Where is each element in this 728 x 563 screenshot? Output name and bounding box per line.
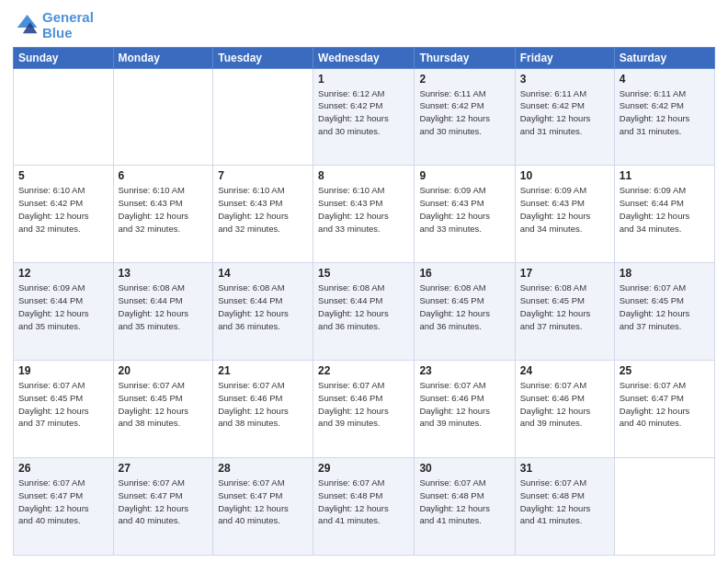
weekday-header-thursday: Thursday [415, 47, 515, 68]
day-info: Sunrise: 6:08 AM Sunset: 6:44 PM Dayligh… [119, 282, 209, 332]
day-info: Sunrise: 6:07 AM Sunset: 6:45 PM Dayligh… [18, 379, 108, 430]
day-info: Sunrise: 6:07 AM Sunset: 6:48 PM Dayligh… [318, 477, 409, 527]
calendar-cell: 20Sunrise: 6:07 AM Sunset: 6:45 PM Dayli… [113, 361, 213, 458]
calendar-cell: 19Sunrise: 6:07 AM Sunset: 6:45 PM Dayli… [14, 361, 114, 458]
day-info: Sunrise: 6:11 AM Sunset: 6:42 PM Dayligh… [620, 87, 710, 138]
day-number: 13 [119, 267, 209, 280]
calendar-cell: 18Sunrise: 6:07 AM Sunset: 6:45 PM Dayli… [614, 263, 714, 361]
day-info: Sunrise: 6:07 AM Sunset: 6:48 PM Dayligh… [520, 477, 609, 527]
calendar-cell: 21Sunrise: 6:07 AM Sunset: 6:46 PM Dayli… [213, 361, 313, 458]
day-info: Sunrise: 6:12 AM Sunset: 6:42 PM Dayligh… [318, 87, 409, 138]
calendar-cell: 24Sunrise: 6:07 AM Sunset: 6:46 PM Dayli… [515, 361, 614, 458]
header: General Blue [13, 9, 715, 41]
day-info: Sunrise: 6:07 AM Sunset: 6:47 PM Dayligh… [18, 477, 108, 527]
day-info: Sunrise: 6:10 AM Sunset: 6:43 PM Dayligh… [318, 184, 409, 235]
day-info: Sunrise: 6:07 AM Sunset: 6:48 PM Dayligh… [419, 477, 509, 527]
weekday-header-monday: Monday [113, 47, 213, 68]
calendar-cell: 5Sunrise: 6:10 AM Sunset: 6:42 PM Daylig… [14, 166, 114, 263]
day-number: 18 [620, 267, 710, 280]
day-number: 31 [520, 462, 609, 475]
day-number: 2 [419, 73, 509, 86]
day-info: Sunrise: 6:07 AM Sunset: 6:46 PM Dayligh… [218, 379, 308, 430]
day-info: Sunrise: 6:07 AM Sunset: 6:47 PM Dayligh… [218, 477, 308, 527]
day-number: 5 [18, 169, 108, 182]
calendar-cell: 12Sunrise: 6:09 AM Sunset: 6:44 PM Dayli… [14, 263, 114, 361]
page: General Blue SundayMondayTuesdayWednesda… [0, 0, 728, 563]
calendar-cell: 8Sunrise: 6:10 AM Sunset: 6:43 PM Daylig… [313, 166, 415, 263]
weekday-header-friday: Friday [515, 47, 614, 68]
day-number: 12 [18, 267, 108, 280]
day-info: Sunrise: 6:08 AM Sunset: 6:45 PM Dayligh… [419, 282, 509, 332]
calendar-cell: 7Sunrise: 6:10 AM Sunset: 6:43 PM Daylig… [213, 166, 313, 263]
calendar-body: 1Sunrise: 6:12 AM Sunset: 6:42 PM Daylig… [14, 68, 715, 556]
calendar-header: SundayMondayTuesdayWednesdayThursdayFrid… [14, 47, 715, 68]
weekday-header-wednesday: Wednesday [313, 47, 415, 68]
day-number: 20 [119, 364, 209, 377]
calendar-cell: 4Sunrise: 6:11 AM Sunset: 6:42 PM Daylig… [614, 68, 714, 166]
day-info: Sunrise: 6:09 AM Sunset: 6:43 PM Dayligh… [419, 184, 509, 235]
svg-marker-0 [17, 15, 38, 28]
day-number: 3 [520, 73, 609, 86]
day-number: 11 [620, 169, 710, 182]
calendar-cell: 6Sunrise: 6:10 AM Sunset: 6:43 PM Daylig… [113, 166, 213, 263]
calendar-week-row: 1Sunrise: 6:12 AM Sunset: 6:42 PM Daylig… [14, 68, 715, 166]
calendar-cell: 16Sunrise: 6:08 AM Sunset: 6:45 PM Dayli… [415, 263, 515, 361]
calendar-cell [213, 68, 313, 166]
calendar-cell: 31Sunrise: 6:07 AM Sunset: 6:48 PM Dayli… [515, 458, 614, 556]
day-number: 7 [218, 169, 308, 182]
day-info: Sunrise: 6:07 AM Sunset: 6:45 PM Dayligh… [119, 379, 209, 430]
calendar-cell [614, 458, 714, 556]
day-info: Sunrise: 6:11 AM Sunset: 6:42 PM Dayligh… [520, 87, 609, 138]
day-number: 6 [119, 169, 209, 182]
weekday-header-row: SundayMondayTuesdayWednesdayThursdayFrid… [14, 47, 715, 68]
day-number: 21 [218, 364, 308, 377]
day-info: Sunrise: 6:11 AM Sunset: 6:42 PM Dayligh… [419, 87, 509, 138]
logo: General Blue [13, 9, 94, 41]
day-number: 19 [18, 364, 108, 377]
calendar-week-row: 12Sunrise: 6:09 AM Sunset: 6:44 PM Dayli… [14, 263, 715, 361]
day-info: Sunrise: 6:07 AM Sunset: 6:46 PM Dayligh… [419, 379, 509, 430]
day-info: Sunrise: 6:08 AM Sunset: 6:44 PM Dayligh… [218, 282, 308, 332]
calendar-cell: 30Sunrise: 6:07 AM Sunset: 6:48 PM Dayli… [415, 458, 515, 556]
day-number: 22 [318, 364, 409, 377]
logo-text: General Blue [42, 9, 94, 41]
calendar-cell: 9Sunrise: 6:09 AM Sunset: 6:43 PM Daylig… [415, 166, 515, 263]
day-number: 4 [620, 73, 710, 86]
day-number: 16 [419, 267, 509, 280]
day-number: 25 [620, 364, 710, 377]
day-number: 29 [318, 462, 409, 475]
calendar-week-row: 5Sunrise: 6:10 AM Sunset: 6:42 PM Daylig… [14, 166, 715, 263]
day-number: 23 [419, 364, 509, 377]
day-number: 27 [119, 462, 209, 475]
calendar-week-row: 26Sunrise: 6:07 AM Sunset: 6:47 PM Dayli… [14, 458, 715, 556]
day-number: 9 [419, 169, 509, 182]
calendar-cell: 28Sunrise: 6:07 AM Sunset: 6:47 PM Dayli… [213, 458, 313, 556]
day-info: Sunrise: 6:10 AM Sunset: 6:43 PM Dayligh… [218, 184, 308, 235]
day-info: Sunrise: 6:07 AM Sunset: 6:46 PM Dayligh… [520, 379, 609, 430]
calendar-cell: 14Sunrise: 6:08 AM Sunset: 6:44 PM Dayli… [213, 263, 313, 361]
day-info: Sunrise: 6:07 AM Sunset: 6:46 PM Dayligh… [318, 379, 409, 430]
day-info: Sunrise: 6:10 AM Sunset: 6:42 PM Dayligh… [18, 184, 108, 235]
day-info: Sunrise: 6:09 AM Sunset: 6:44 PM Dayligh… [18, 282, 108, 332]
weekday-header-sunday: Sunday [14, 47, 114, 68]
calendar-cell [14, 68, 114, 166]
weekday-header-saturday: Saturday [614, 47, 714, 68]
calendar-cell: 1Sunrise: 6:12 AM Sunset: 6:42 PM Daylig… [313, 68, 415, 166]
calendar-cell: 3Sunrise: 6:11 AM Sunset: 6:42 PM Daylig… [515, 68, 614, 166]
day-number: 24 [520, 364, 609, 377]
day-number: 30 [419, 462, 509, 475]
calendar-cell: 29Sunrise: 6:07 AM Sunset: 6:48 PM Dayli… [313, 458, 415, 556]
day-info: Sunrise: 6:07 AM Sunset: 6:47 PM Dayligh… [119, 477, 209, 527]
calendar-cell: 10Sunrise: 6:09 AM Sunset: 6:43 PM Dayli… [515, 166, 614, 263]
day-info: Sunrise: 6:07 AM Sunset: 6:45 PM Dayligh… [620, 282, 710, 332]
day-info: Sunrise: 6:09 AM Sunset: 6:44 PM Dayligh… [620, 184, 710, 235]
day-number: 1 [318, 73, 409, 86]
day-number: 26 [18, 462, 108, 475]
day-number: 10 [520, 169, 609, 182]
day-number: 28 [218, 462, 308, 475]
day-info: Sunrise: 6:09 AM Sunset: 6:43 PM Dayligh… [520, 184, 609, 235]
calendar-cell: 27Sunrise: 6:07 AM Sunset: 6:47 PM Dayli… [113, 458, 213, 556]
day-info: Sunrise: 6:10 AM Sunset: 6:43 PM Dayligh… [119, 184, 209, 235]
weekday-header-tuesday: Tuesday [213, 47, 313, 68]
day-number: 15 [318, 267, 409, 280]
